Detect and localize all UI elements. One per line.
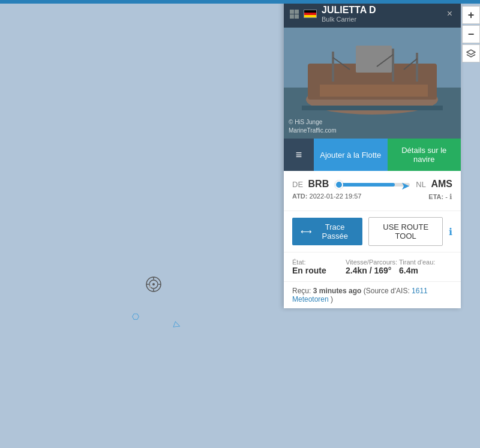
- from-info: DE BRB: [292, 179, 329, 190]
- target-marker[interactable]: [145, 276, 162, 295]
- stat-speed: Vitesse/Parcours: 2.4kn / 169°: [346, 258, 399, 275]
- svg-rect-19: [320, 85, 428, 97]
- ship-name: JULIETTA D: [322, 5, 440, 16]
- grid-icon: [290, 10, 299, 19]
- source-end: ): [331, 295, 333, 303]
- svg-rect-20: [302, 106, 443, 110]
- map-controls: + −: [462, 6, 480, 62]
- menu-button[interactable]: ≡: [284, 139, 314, 171]
- route-row: DE BRB ➤ NL AMS: [292, 178, 452, 190]
- received-time: 3 minutes ago: [313, 287, 362, 295]
- eta-info: ETA: - ℹ: [428, 193, 452, 201]
- vessel-panel: JULIETTA D Bulk Carrier ×: [284, 0, 461, 308]
- progress-bar-container: ➤: [335, 178, 410, 190]
- action-buttons-bar: ≡ Ajouter à la Flotte Détails sur le nav…: [284, 139, 461, 171]
- svg-rect-15: [416, 53, 418, 82]
- progress-bar: ➤: [335, 183, 410, 187]
- ship-type: Bulk Carrier: [322, 16, 440, 23]
- svg-point-7: [149, 285, 151, 288]
- vessel-details-button[interactable]: Détails sur le navire: [388, 139, 461, 171]
- trace-label: Trace Passée: [316, 223, 354, 240]
- route-dates: ATD: 2022-01-22 19:57 ETA: - ℹ: [292, 193, 452, 201]
- flag-icon: [304, 10, 317, 18]
- add-to-fleet-button[interactable]: Ajouter à la Flotte: [314, 139, 388, 171]
- layers-button[interactable]: [462, 44, 480, 62]
- route-tool-button[interactable]: USE ROUTE TOOL: [368, 217, 443, 246]
- panel-footer: Reçu: 3 minutes ago (Source d'AIS: 1611 …: [284, 282, 461, 308]
- trace-icon: ⟷: [301, 227, 312, 236]
- zoom-in-button[interactable]: +: [462, 6, 480, 24]
- route-info: DE BRB ➤ NL AMS ATD: 2022-01-22 19:57: [284, 171, 461, 211]
- svg-rect-14: [392, 49, 394, 82]
- svg-point-2: [152, 283, 155, 285]
- top-bar: [0, 0, 480, 4]
- eta-info-icon[interactable]: ℹ: [449, 193, 452, 201]
- stats-section: État: En route Vitesse/Parcours: 2.4kn /…: [284, 252, 461, 282]
- trace-section: ⟷ Trace Passée USE ROUTE TOOL ℹ: [284, 211, 461, 252]
- image-credit: © HiS Junge MarineTraffic.com: [289, 118, 336, 135]
- panel-header: JULIETTA D Bulk Carrier ×: [284, 0, 461, 28]
- stat-state: État: En route: [292, 258, 346, 275]
- trace-button[interactable]: ⟷ Trace Passée: [292, 218, 362, 245]
- ship-image: © HiS Junge MarineTraffic.com: [284, 28, 461, 139]
- route-tool-info-icon[interactable]: ℹ: [449, 226, 452, 237]
- progress-end-arrow: ➤: [401, 179, 410, 193]
- received-label: Reçu:: [292, 287, 311, 295]
- source-label: (Source d'AIS:: [364, 287, 410, 295]
- ship-photo: © HiS Junge MarineTraffic.com: [284, 28, 461, 139]
- zoom-out-button[interactable]: −: [462, 25, 480, 43]
- header-icons: [290, 10, 299, 19]
- progress-start-dot: [335, 181, 343, 189]
- progress-fill: [335, 183, 395, 187]
- stat-draft: Tirant d'eau: 6.4m: [399, 258, 452, 275]
- close-button[interactable]: ×: [445, 7, 455, 20]
- atd-info: ATD: 2022-01-22 19:57: [292, 193, 361, 201]
- ship-title: JULIETTA D Bulk Carrier: [322, 5, 440, 23]
- svg-rect-13: [332, 52, 334, 82]
- to-info: NL AMS: [416, 179, 452, 190]
